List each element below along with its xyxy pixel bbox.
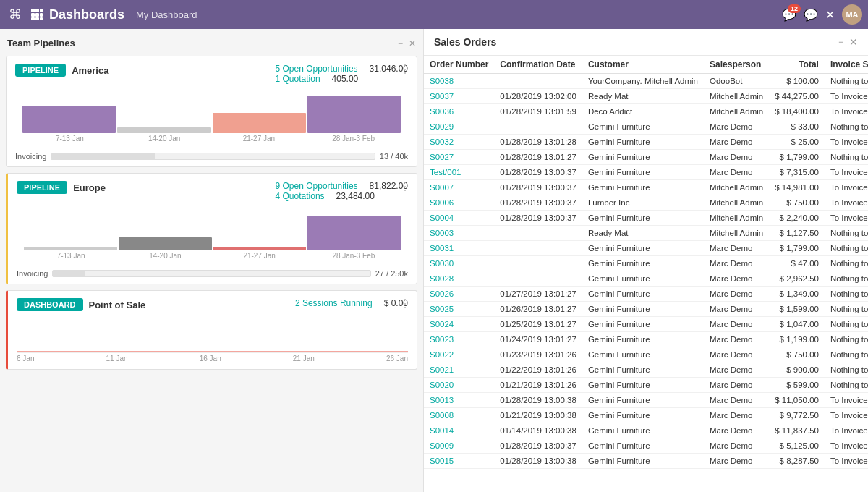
table-row[interactable]: S0021 01/22/2019 13:01:26 Gemini Furnitu…	[424, 362, 868, 378]
cell-order-23[interactable]: S0014	[424, 423, 494, 438]
cell-order-21[interactable]: S0013	[424, 393, 494, 408]
cell-order-1[interactable]: S0037	[424, 89, 494, 104]
table-row[interactable]: S0026 01/27/2019 13:01:27 Gemini Furnitu…	[424, 287, 868, 302]
table-row[interactable]: S0038 YourCompany. Mitchell Admin OdooBo…	[424, 74, 868, 89]
order-link-3[interactable]: S0029	[430, 122, 454, 131]
apps-icon[interactable]	[30, 8, 43, 21]
cell-order-3[interactable]: S0029	[424, 119, 494, 135]
team-pipelines-close[interactable]: ✕	[409, 38, 416, 48]
pos-menu-icon[interactable]: ⋮	[399, 297, 411, 310]
table-row[interactable]: S0036 01/28/2019 13:01:59 Deco Addict Mi…	[424, 104, 868, 119]
table-row[interactable]: S0023 01/24/2019 13:01:27 Gemini Furnitu…	[424, 332, 868, 347]
order-link-24[interactable]: S0009	[430, 441, 454, 450]
cell-order-9[interactable]: S0004	[424, 211, 494, 226]
cell-order-0[interactable]: S0038	[424, 74, 494, 89]
grid-icon[interactable]: ⌘	[6, 4, 25, 25]
cell-order-4[interactable]: S0032	[424, 135, 494, 150]
table-row[interactable]: S0009 01/28/2019 13:00:37 Gemini Furnitu…	[424, 438, 868, 454]
order-link-5[interactable]: S0027	[430, 153, 454, 161]
table-row[interactable]: S0031 Gemini Furniture Marc Demo $ 1,799…	[424, 241, 868, 256]
table-row[interactable]: S0029 Gemini Furniture Marc Demo $ 33.00…	[424, 119, 868, 135]
order-link-10[interactable]: S0003	[430, 229, 454, 237]
pos-sessions-link[interactable]: 2 Sessions Running	[295, 298, 373, 308]
table-row[interactable]: S0024 01/25/2019 13:01:27 Gemini Furnitu…	[424, 317, 868, 332]
table-row[interactable]: S0032 01/28/2019 13:01:28 Gemini Furnitu…	[424, 135, 868, 150]
order-link-16[interactable]: S0024	[430, 320, 454, 328]
europe-pipeline-btn[interactable]: PIPELINE	[17, 181, 67, 194]
cell-order-22[interactable]: S0008	[424, 408, 494, 423]
order-link-13[interactable]: S0028	[430, 274, 454, 283]
table-row[interactable]: S0004 01/28/2019 13:00:37 Gemini Furnitu…	[424, 211, 868, 226]
table-row[interactable]: S0008 01/21/2019 13:00:38 Gemini Furnitu…	[424, 408, 868, 423]
table-row[interactable]: S0030 Gemini Furniture Marc Demo $ 47.00…	[424, 256, 868, 271]
table-row[interactable]: S0025 01/26/2019 13:01:27 Gemini Furnitu…	[424, 302, 868, 317]
order-link-19[interactable]: S0021	[430, 365, 454, 374]
cell-order-16[interactable]: S0024	[424, 317, 494, 332]
order-link-8[interactable]: S0006	[430, 198, 454, 207]
order-link-23[interactable]: S0014	[430, 426, 454, 435]
europe-quot-link[interactable]: 4 Quotations	[276, 191, 325, 201]
team-pipelines-minimize[interactable]: −	[398, 38, 403, 48]
table-row[interactable]: S0022 01/23/2019 13:01:26 Gemini Furnitu…	[424, 347, 868, 362]
table-row[interactable]: S0014 01/14/2019 13:00:38 Gemini Furnitu…	[424, 423, 868, 438]
europe-menu-icon[interactable]: ⋮	[399, 179, 411, 193]
pos-dashboard-btn[interactable]: DASHBOARD	[17, 298, 83, 311]
table-row[interactable]: S0020 01/21/2019 13:01:26 Gemini Furnitu…	[424, 378, 868, 393]
cell-order-10[interactable]: S0003	[424, 226, 494, 241]
order-link-11[interactable]: S0031	[430, 244, 454, 253]
order-link-14[interactable]: S0026	[430, 289, 454, 298]
cell-order-13[interactable]: S0028	[424, 271, 494, 287]
order-link-12[interactable]: S0030	[430, 259, 454, 268]
sales-table-scroll[interactable]: Order Number Confirmation Date Customer …	[424, 56, 868, 492]
order-link-7[interactable]: S0007	[430, 183, 454, 192]
cell-order-2[interactable]: S0036	[424, 104, 494, 119]
order-link-25[interactable]: S0015	[430, 457, 454, 465]
sales-orders-minimize[interactable]: −	[838, 37, 843, 47]
order-link-2[interactable]: S0036	[430, 107, 454, 116]
table-row[interactable]: S0027 01/28/2019 13:01:27 Gemini Furnitu…	[424, 150, 868, 165]
table-row[interactable]: S0007 01/28/2019 13:00:37 Gemini Furnitu…	[424, 180, 868, 195]
cell-order-18[interactable]: S0022	[424, 347, 494, 362]
table-row[interactable]: S0037 01/28/2019 13:02:00 Ready Mat Mitc…	[424, 89, 868, 104]
order-link-0[interactable]: S0038	[430, 77, 454, 85]
table-row[interactable]: S0006 01/28/2019 13:00:37 Lumber Inc Mit…	[424, 195, 868, 211]
america-opps-link[interactable]: 5 Open Opportunities	[276, 64, 358, 74]
cell-order-7[interactable]: S0007	[424, 180, 494, 195]
order-link-18[interactable]: S0022	[430, 350, 454, 359]
table-row[interactable]: Test/001 01/28/2019 13:00:37 Gemini Furn…	[424, 165, 868, 180]
cell-order-25[interactable]: S0015	[424, 454, 494, 469]
europe-opps-link[interactable]: 9 Open Opportunities	[276, 181, 358, 191]
notification-icon[interactable]: 💬 12	[782, 8, 796, 22]
table-row[interactable]: S0003 Ready Mat Mitchell Admin $ 1,127.5…	[424, 226, 868, 241]
cell-order-11[interactable]: S0031	[424, 241, 494, 256]
cell-order-20[interactable]: S0020	[424, 378, 494, 393]
cell-order-14[interactable]: S0026	[424, 287, 494, 302]
order-link-15[interactable]: S0025	[430, 305, 454, 313]
america-quot-link[interactable]: 1 Quotation	[276, 74, 320, 84]
america-pipeline-btn[interactable]: PIPELINE	[15, 64, 66, 77]
order-link-6[interactable]: Test/001	[430, 168, 461, 177]
order-link-17[interactable]: S0023	[430, 335, 454, 344]
order-link-4[interactable]: S0032	[430, 137, 454, 146]
order-link-20[interactable]: S0020	[430, 381, 454, 389]
close-icon[interactable]: ✕	[825, 8, 835, 22]
order-link-1[interactable]: S0037	[430, 92, 454, 101]
avatar[interactable]: MA	[842, 4, 862, 25]
cell-order-17[interactable]: S0023	[424, 332, 494, 347]
table-row[interactable]: S0013 01/28/2019 13:00:38 Gemini Furnitu…	[424, 393, 868, 408]
chat-icon[interactable]: 💬	[804, 8, 818, 22]
order-link-22[interactable]: S0008	[430, 411, 454, 420]
order-link-9[interactable]: S0004	[430, 213, 454, 222]
cell-order-6[interactable]: Test/001	[424, 165, 494, 180]
america-menu-icon[interactable]: ⋮	[399, 62, 411, 76]
cell-order-8[interactable]: S0006	[424, 195, 494, 211]
cell-order-24[interactable]: S0009	[424, 438, 494, 454]
table-row[interactable]: S0015 01/28/2019 13:00:38 Gemini Furnitu…	[424, 454, 868, 469]
sales-orders-close[interactable]: ✕	[849, 36, 858, 48]
cell-order-15[interactable]: S0025	[424, 302, 494, 317]
cell-order-5[interactable]: S0027	[424, 150, 494, 165]
table-row[interactable]: S0028 Gemini Furniture Marc Demo $ 2,962…	[424, 271, 868, 287]
cell-order-12[interactable]: S0030	[424, 256, 494, 271]
order-link-21[interactable]: S0013	[430, 396, 454, 404]
cell-order-19[interactable]: S0021	[424, 362, 494, 378]
